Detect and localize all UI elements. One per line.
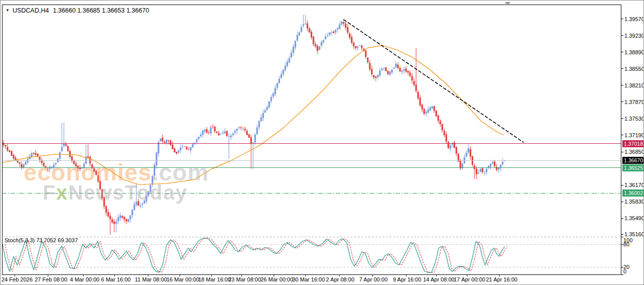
support2-tag: 1.36002 xyxy=(622,189,644,197)
date-label: 9 Apr 16:00 xyxy=(393,276,421,282)
stoch-k-line xyxy=(3,238,505,272)
price-tick-label: 1.35160 xyxy=(624,231,644,237)
ohlc-readout: 1.36660 1.36685 1.36653 1.36670 xyxy=(53,7,149,14)
date-label: 14 Apr 08:00 xyxy=(423,276,454,282)
chart-canvas[interactable] xyxy=(1,1,644,285)
date-label: 26 Mar 00:00 xyxy=(261,276,293,282)
date-label: 18 Mar 16:00 xyxy=(198,276,231,282)
chart-title: ▼USDCAD,H41.36660 1.36685 1.36653 1.3667… xyxy=(6,7,149,14)
date-label: 17 Apr 00:00 xyxy=(454,276,485,282)
watermark-sub-prefix: F xyxy=(43,181,56,204)
watermark-sub-suffix: NewsToday xyxy=(68,181,188,204)
price-tick-label: 1.37530 xyxy=(624,116,644,122)
price-tick-label: 1.35830 xyxy=(624,199,644,205)
chart-shift-marker-icon[interactable] xyxy=(505,2,511,6)
resistance-tag: 1.37018 xyxy=(622,140,644,147)
stoch-d-line xyxy=(5,238,507,272)
price-tick-label: 1.35490 xyxy=(624,215,644,221)
price-tick-label: 1.38890 xyxy=(624,49,644,55)
price-tick-label: 1.36170 xyxy=(624,182,644,188)
support1-tag: 1.36525 xyxy=(622,164,644,171)
stoch-axis-label: 80 xyxy=(623,242,629,247)
price-tick-label: 1.38550 xyxy=(624,66,644,72)
price-tick-label: 1.38210 xyxy=(624,82,644,88)
date-label: 24 Feb 2026 xyxy=(2,276,33,282)
date-label: 11 Mar 08:00 xyxy=(135,276,167,282)
price-tick-label: 1.39230 xyxy=(624,33,644,39)
date-label: 16 Mar 00:00 xyxy=(167,276,199,282)
symbol-dropdown-icon[interactable]: ▼ xyxy=(6,8,10,13)
date-label: 4 Mar 00:00 xyxy=(70,276,100,282)
price-tick-label: 1.36850 xyxy=(624,149,644,155)
price-tick-label: 1.39570 xyxy=(624,16,644,22)
stochastic-label: Stoch(5,3,3) 73.7052 69.3037 xyxy=(5,237,78,243)
date-label: 7 Apr 00:00 xyxy=(359,276,387,282)
date-label: 23 Mar 08:00 xyxy=(228,276,261,282)
date-label: 27 Feb 08:00 xyxy=(35,276,67,282)
watermark-subtitle: FxNewsToday xyxy=(43,181,188,204)
stochastic-pane[interactable] xyxy=(2,238,621,272)
price-tick-label: 1.37190 xyxy=(624,132,644,138)
date-label: 30 Mar 16:00 xyxy=(292,276,325,282)
chart-frame xyxy=(2,5,623,276)
watermark-sub-x-glyph: x xyxy=(56,181,68,204)
current-price-tag: 1.36670 xyxy=(622,157,644,164)
symbol-period-label: USDCAD,H4 xyxy=(13,7,49,14)
date-label: 21 Apr 16:00 xyxy=(486,276,517,282)
date-label: 2 Apr 08:00 xyxy=(326,276,354,282)
price-tick-label: 1.37870 xyxy=(624,99,644,105)
date-label: 6 Mar 16:00 xyxy=(101,276,131,282)
stoch-axis-label: 0 xyxy=(623,269,626,274)
chart-window: economies.com FxNewsToday ▼USDCAD,H41.36… xyxy=(0,0,644,285)
descending-trendline[interactable] xyxy=(344,20,524,143)
